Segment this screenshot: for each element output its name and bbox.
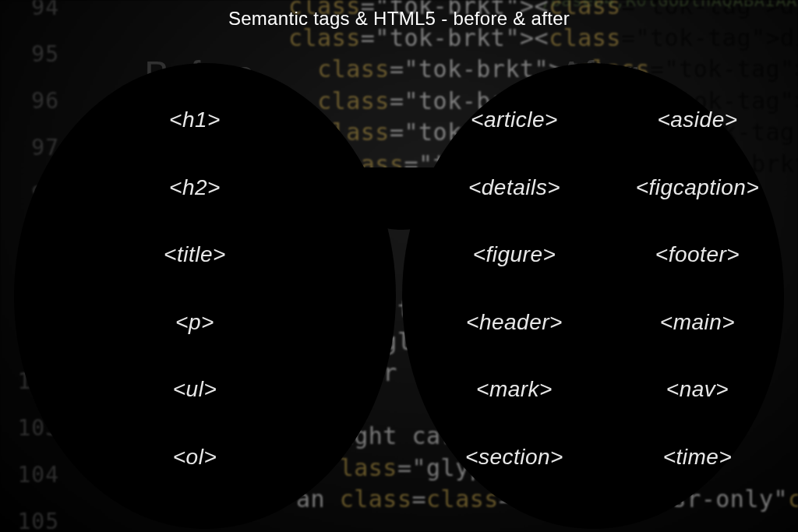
list-item: 105 [0,499,59,532]
list-item: 104 [0,452,59,499]
slide-title: Semantic tags & HTML5 - before & after [0,8,798,30]
mask-circle-right [402,63,784,529]
mask-circle-left [14,63,396,529]
